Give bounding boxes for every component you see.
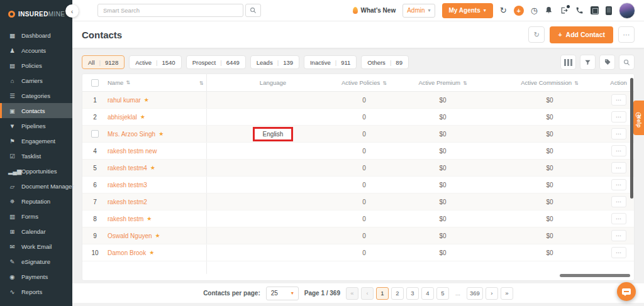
sidebar-item-reports[interactable]: ∿Reports [0,284,72,299]
smart-search-input[interactable] [97,4,243,17]
row-more-button[interactable]: ⋯ [611,213,626,224]
row-more-button[interactable]: ⋯ [611,162,626,173]
sort-icon[interactable]: ⇅ [199,80,204,86]
star-icon[interactable]: ★ [149,249,154,256]
column-language[interactable]: Language [207,79,339,86]
refresh-icon[interactable]: ↻ [500,6,507,14]
column-active-policies[interactable]: Active Policies⇅ [339,79,389,86]
refresh-button[interactable]: ↻ [528,26,545,43]
sidebar-item-contacts[interactable]: ▣Contacts [0,103,72,118]
contact-name-link[interactable]: rakesh testm2 [108,199,147,205]
mobile-device-icon[interactable] [606,6,612,15]
page-button-369[interactable]: 369 [467,287,483,300]
sort-icon[interactable]: ⇅ [382,80,387,86]
contact-name-link[interactable]: Oswald Nguyen [108,232,152,239]
row-more-button[interactable]: ⋯ [611,94,626,106]
columns-view-button[interactable] [560,55,576,70]
row-more-button[interactable]: ⋯ [611,128,626,139]
sidebar-collapse-toggle[interactable]: ‹ [65,4,79,18]
sidebar-item-esignature[interactable]: ✎eSignature [0,254,72,269]
star-icon[interactable]: ★ [147,216,152,222]
page-button-3[interactable]: 3 [406,287,419,300]
row-checkbox[interactable] [91,130,99,138]
filter-chip-inactive[interactable]: Inactive|911 [304,55,357,69]
contact-name-link[interactable]: rahul kumar [108,97,141,104]
per-page-select[interactable]: 25 ▾ [266,287,299,300]
history-clock-icon[interactable]: ◷ [531,6,538,14]
sidebar-item-dashboard[interactable]: ▦Dashboard [0,28,72,43]
table-search-button[interactable] [619,55,635,70]
filter-chip-prospect[interactable]: Prospect|6449 [186,55,246,69]
page-button-[interactable]: › [486,287,498,300]
row-more-button[interactable]: ⋯ [611,179,626,190]
select-all-checkbox[interactable] [91,79,99,87]
filter-chip-others[interactable]: Others|89 [361,55,409,69]
filter-chip-leads[interactable]: Leads|139 [250,55,299,69]
more-options-button[interactable]: ⋯ [618,26,635,43]
star-icon[interactable]: ★ [144,97,149,103]
contact-name-link[interactable]: abhisjeklal [108,114,137,121]
dialer-keypad-icon[interactable] [591,6,599,14]
quick-add-icon[interactable]: + [514,6,524,16]
my-agents-button[interactable]: My Agents ▾ [442,3,493,18]
sort-icon[interactable]: ⇅ [126,80,130,85]
sidebar-item-payments[interactable]: ◉Payments [0,269,72,284]
row-more-button[interactable]: ⋯ [611,196,626,207]
notifications-bell-icon[interactable] [545,6,553,14]
chat-widget-button[interactable] [617,282,636,301]
sidebar-item-forms[interactable]: ▥Forms [0,209,72,224]
sidebar-item-pipelines[interactable]: ▼Pipelines [0,118,72,133]
page-button-4[interactable]: 4 [421,287,434,300]
row-more-button[interactable]: ⋯ [611,230,626,241]
filter-button[interactable] [580,55,596,70]
contact-name-link[interactable]: Mrs. Arzoo Singh [108,131,155,138]
admin-dropdown[interactable]: Admin ▾ [402,4,435,18]
star-icon[interactable]: ★ [158,131,164,137]
column-name[interactable]: Name⇅ [108,79,194,86]
sidebar-item-carriers[interactable]: ⌂Carriers [0,73,72,88]
page-button-2[interactable]: 2 [391,287,404,300]
sidebar-item-document-manager[interactable]: ▱Document Manager [0,178,72,194]
sidebar-item-calendar[interactable]: ⊞Calendar [0,224,72,239]
page-button-1[interactable]: 1 [376,287,389,300]
column-active-premium[interactable]: Active Premium⇅ [389,79,496,86]
page-button-5[interactable]: 5 [436,287,449,300]
column-active-commission[interactable]: Active Commission⇅ [496,79,603,86]
help-tab[interactable]: ⓘ Help [633,101,644,135]
page-button-[interactable]: ... [452,287,464,300]
sidebar-item-policies[interactable]: ▤Policies [0,58,72,73]
phone-icon[interactable] [575,6,584,14]
page-button-[interactable]: ‹ [361,287,374,300]
contact-name-link[interactable]: Damon Brook [108,249,146,256]
contact-name-link[interactable]: rakesh testm3 [108,182,147,189]
brand-logo[interactable]: INSUREDMINE [0,0,72,28]
tags-button[interactable] [599,55,615,70]
sort-icon[interactable]: ⇅ [574,80,579,86]
sidebar-item-accounts[interactable]: ♟Accounts [0,43,72,58]
sidebar-item-categories[interactable]: ☰Categories [0,88,72,103]
horizontal-scrollbar[interactable] [560,274,630,277]
contact-name-link[interactable]: rakesh testm [108,216,143,222]
contact-name-link[interactable]: rakesh testm4 [108,165,147,172]
logout-export-icon[interactable] [560,6,569,14]
page-button-[interactable]: « [346,287,358,300]
sidebar-item-work-email[interactable]: ✉Work Email [0,239,72,254]
star-icon[interactable]: ★ [155,232,160,239]
user-avatar[interactable] [619,3,635,19]
row-more-button[interactable]: ⋯ [611,145,626,156]
star-icon[interactable]: ★ [150,165,155,171]
row-more-button[interactable]: ⋯ [611,247,626,258]
whats-new-link[interactable]: What's New [353,7,396,14]
row-more-button[interactable]: ⋯ [611,111,626,123]
filter-chip-all[interactable]: All|9128 [82,55,125,69]
filter-chip-active[interactable]: Active|1540 [129,55,181,69]
sort-icon[interactable]: ⇅ [463,80,467,86]
sidebar-item-engagement[interactable]: ⚑Engagement [0,133,72,148]
page-button-[interactable]: » [501,287,513,300]
search-button[interactable] [245,4,261,17]
sidebar-item-tasklist[interactable]: ☑Tasklist [0,148,72,163]
contact-name-link[interactable]: rakesh testm new [108,148,157,155]
vertical-scrollbar[interactable] [630,78,633,199]
star-icon[interactable]: ★ [140,114,145,120]
add-contact-button[interactable]: + Add Contact [550,26,613,43]
